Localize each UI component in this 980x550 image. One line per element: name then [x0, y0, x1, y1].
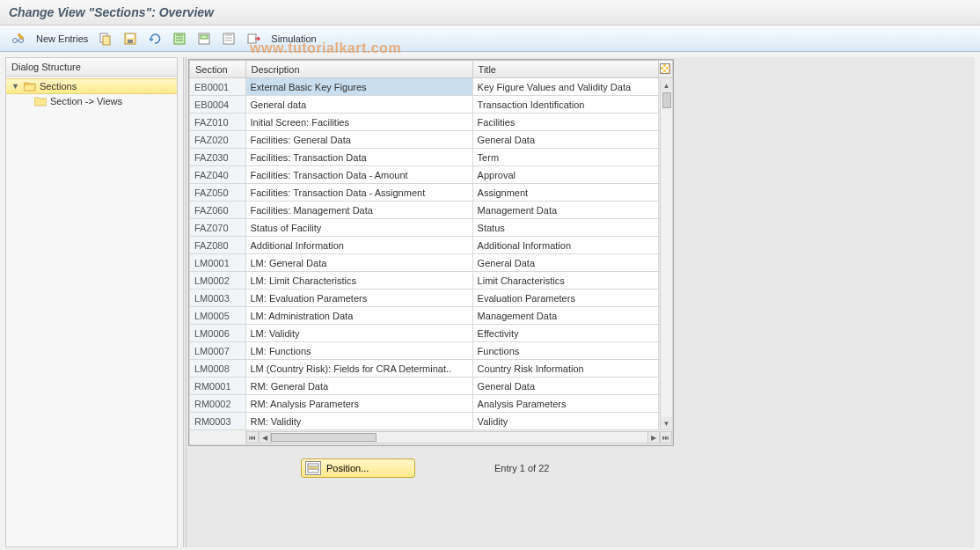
table-row[interactable]: EB0004General dataTransaction Identifica…: [190, 96, 673, 114]
table-config-button[interactable]: [658, 61, 672, 78]
cell-title[interactable]: General Data: [472, 378, 658, 395]
cell-description[interactable]: RM: Validity: [245, 413, 472, 430]
table-row[interactable]: LM0007LM: FunctionsFunctions: [190, 342, 673, 360]
cell-description[interactable]: Facilities: General Data: [245, 131, 472, 149]
vscroll-thumb[interactable]: [662, 92, 671, 108]
cell-description[interactable]: LM: Evaluation Parameters: [245, 290, 472, 307]
cell-section[interactable]: FAZ030: [190, 149, 246, 166]
cell-description[interactable]: LM: Validity: [245, 325, 472, 342]
cell-title[interactable]: Management Data: [472, 202, 658, 219]
expand-toggle-icon[interactable]: ▼: [11, 82, 20, 91]
cell-description[interactable]: LM (Country Risk): Fields for CRA Determ…: [245, 360, 472, 378]
cell-section[interactable]: FAZ080: [190, 237, 246, 254]
copy-button[interactable]: [94, 29, 117, 48]
scroll-up-icon[interactable]: ▲: [661, 79, 672, 92]
cell-section[interactable]: LM0008: [190, 360, 246, 378]
cell-section[interactable]: FAZ050: [190, 184, 246, 202]
cell-section[interactable]: FAZ040: [190, 166, 246, 184]
scroll-down-icon[interactable]: ▼: [661, 417, 672, 429]
table-row[interactable]: FAZ060Facilities: Management DataManagem…: [190, 202, 673, 219]
table-row[interactable]: LM0005LM: Administration DataManagement …: [190, 307, 673, 325]
cell-section[interactable]: LM0007: [190, 342, 246, 360]
col-header-title[interactable]: Title: [472, 61, 658, 78]
table-row[interactable]: FAZ030Facilities: Transaction DataTerm: [190, 149, 673, 166]
cell-title[interactable]: Management Data: [472, 307, 658, 325]
cell-title[interactable]: General Data: [472, 131, 658, 149]
select-block-button[interactable]: [193, 29, 216, 48]
cell-title[interactable]: Limit Characteristics: [472, 272, 658, 290]
save-button[interactable]: [119, 29, 142, 48]
table-row[interactable]: FAZ080Additional InformationAdditional I…: [190, 237, 673, 254]
cell-title[interactable]: Country Risk Information: [472, 360, 658, 378]
cell-description[interactable]: RM: General Data: [245, 378, 472, 395]
scroll-right-icon[interactable]: ▶: [647, 431, 660, 444]
cell-section[interactable]: LM0005: [190, 307, 246, 325]
table-row[interactable]: FAZ070Status of FacilityStatus: [190, 219, 673, 237]
delimit-button[interactable]: [242, 29, 265, 48]
table-row[interactable]: EB0001External Basic Key FiguresKey Figu…: [190, 78, 673, 96]
cell-title[interactable]: Functions: [472, 342, 658, 360]
cell-description[interactable]: Status of Facility: [245, 219, 472, 237]
table-row[interactable]: RM0001RM: General DataGeneral Data: [190, 378, 673, 395]
cell-section[interactable]: LM0003: [190, 290, 246, 307]
cell-title[interactable]: Status: [472, 219, 658, 237]
table-row[interactable]: RM0003RM: ValidityValidity: [190, 413, 673, 430]
tree-item-section-views[interactable]: Section -> Views: [6, 94, 177, 108]
cell-section[interactable]: FAZ070: [190, 219, 246, 237]
deselect-all-button[interactable]: [217, 29, 240, 48]
table-row[interactable]: LM0003LM: Evaluation ParametersEvaluatio…: [190, 290, 673, 307]
cell-section[interactable]: LM0002: [190, 272, 246, 290]
cell-description[interactable]: LM: General Data: [245, 254, 472, 272]
cell-title[interactable]: General Data: [472, 254, 658, 272]
cell-section[interactable]: FAZ010: [190, 114, 246, 131]
select-all-button[interactable]: [168, 29, 191, 48]
cell-title[interactable]: Analysis Parameters: [472, 395, 658, 413]
cell-section[interactable]: EB0001: [190, 78, 246, 96]
cell-section[interactable]: LM0001: [190, 254, 246, 272]
col-header-description[interactable]: Description: [245, 61, 472, 78]
cell-title[interactable]: Term: [472, 149, 658, 166]
cell-title[interactable]: Assignment: [472, 184, 658, 202]
cell-title[interactable]: Transaction Identification: [472, 96, 658, 114]
cell-section[interactable]: RM0003: [190, 413, 246, 430]
scroll-left-full-icon[interactable]: ⏮: [246, 431, 259, 444]
cell-description[interactable]: Facilities: Transaction Data - Assignmen…: [245, 184, 472, 202]
hscroll-thumb[interactable]: [271, 433, 377, 442]
cell-description[interactable]: LM: Functions: [245, 342, 472, 360]
cell-title[interactable]: Facilities: [472, 114, 658, 131]
cell-section[interactable]: LM0006: [190, 325, 246, 342]
cell-section[interactable]: FAZ020: [190, 131, 246, 149]
cell-title[interactable]: Approval: [472, 166, 658, 184]
table-row[interactable]: RM0002RM: Analysis ParametersAnalysis Pa…: [190, 395, 673, 413]
cell-description[interactable]: Facilities: Transaction Data - Amount: [245, 166, 472, 184]
cell-section[interactable]: RM0001: [190, 378, 246, 395]
table-row[interactable]: LM0006LM: ValidityEffectivity: [190, 325, 673, 342]
table-row[interactable]: LM0008LM (Country Risk): Fields for CRA …: [190, 360, 673, 378]
horizontal-scrollbar[interactable]: ⏮ ◀ ▶ ⏭: [246, 430, 673, 444]
cell-title[interactable]: Key Figure Values and Validity Data: [472, 78, 658, 96]
cell-description[interactable]: Additional Information: [245, 237, 472, 254]
vertical-scrollbar[interactable]: ▲ ▼: [660, 79, 672, 429]
col-header-section[interactable]: Section: [190, 61, 246, 78]
cell-title[interactable]: Additional Information: [472, 237, 658, 254]
table-row[interactable]: FAZ040Facilities: Transaction Data - Amo…: [190, 166, 673, 184]
toggle-display-button[interactable]: [7, 29, 30, 48]
cell-section[interactable]: RM0002: [190, 395, 246, 413]
cell-section[interactable]: EB0004: [190, 96, 246, 114]
cell-description[interactable]: Facilities: Transaction Data: [245, 149, 472, 166]
cell-section[interactable]: FAZ060: [190, 202, 246, 219]
simulation-button[interactable]: Simulation: [267, 29, 320, 48]
table-row[interactable]: LM0001LM: General DataGeneral Data: [190, 254, 673, 272]
position-button[interactable]: Position...: [301, 458, 415, 478]
scroll-right-full-icon[interactable]: ⏭: [660, 431, 672, 444]
table-row[interactable]: LM0002LM: Limit CharacteristicsLimit Cha…: [190, 272, 673, 290]
tree-item-sections[interactable]: ▼ Sections: [6, 78, 177, 94]
cell-title[interactable]: Evaluation Parameters: [472, 290, 658, 307]
undo-button[interactable]: [143, 29, 166, 48]
cell-description[interactable]: General data: [245, 96, 472, 114]
table-row[interactable]: FAZ050Facilities: Transaction Data - Ass…: [190, 184, 673, 202]
new-entries-button[interactable]: New Entries: [32, 29, 92, 48]
cell-description[interactable]: LM: Limit Characteristics: [245, 272, 472, 290]
cell-description[interactable]: RM: Analysis Parameters: [245, 395, 472, 413]
scroll-left-icon[interactable]: ◀: [259, 431, 271, 444]
